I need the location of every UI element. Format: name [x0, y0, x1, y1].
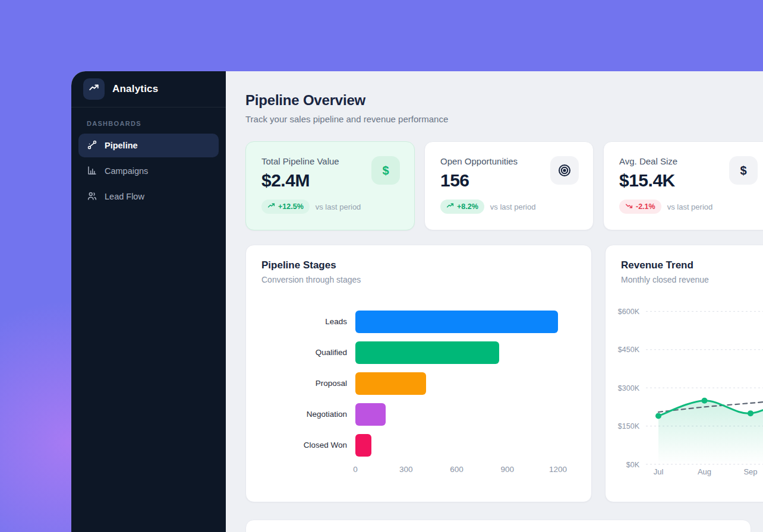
- bar-category-label: Negotiation: [261, 410, 355, 420]
- stat-footer: +12.5% vs last period: [261, 200, 399, 214]
- sidebar-nav: Pipeline Campaigns Lead Flow: [71, 132, 226, 210]
- trending-down-icon: [625, 202, 633, 211]
- revenue-trend-chart: $600K$450K$300K$150K$0KJulAugSep: [606, 302, 763, 486]
- dollar-icon: $: [371, 156, 400, 185]
- compare-label: vs last period: [316, 202, 361, 211]
- page-title: Pipeline Overview: [245, 92, 763, 109]
- data-point-sep[interactable]: [748, 410, 753, 416]
- bottom-card: [245, 520, 751, 532]
- change-value: -2.1%: [636, 202, 655, 211]
- data-point-jul[interactable]: [655, 413, 661, 419]
- change-badge: -2.1%: [619, 200, 661, 214]
- bar-row: Qualified: [261, 341, 576, 364]
- bar-row: Proposal: [261, 372, 576, 395]
- x-axis-tick: 300: [399, 465, 413, 474]
- x-axis-tick: 900: [500, 465, 514, 474]
- y-axis-tick: $150K: [618, 422, 640, 430]
- sidebar-item-label: Lead Flow: [105, 192, 144, 201]
- bar-category-label: Closed Won: [261, 441, 355, 451]
- y-axis-tick: $0K: [626, 461, 640, 469]
- stats-row: Total Pipeline Value $2.4M +12.5% vs las…: [245, 141, 763, 230]
- sidebar-header: Analytics: [71, 71, 226, 107]
- compare-label: vs last period: [490, 202, 536, 211]
- bar-category-label: Leads: [261, 317, 355, 327]
- chart-subtitle: Conversion through stages: [261, 275, 576, 284]
- stat-footer: +8.2% vs last period: [440, 200, 578, 214]
- sidebar-item-label: Campaigns: [105, 166, 148, 176]
- x-axis-tick: 0: [353, 465, 358, 474]
- x-axis-tick: 600: [450, 465, 464, 474]
- x-axis-tick: Jul: [654, 467, 664, 476]
- chart-title: Revenue Trend: [621, 259, 763, 271]
- app-logo: [83, 78, 105, 100]
- trending-up-icon: [267, 202, 275, 211]
- data-point-aug[interactable]: [702, 398, 708, 404]
- compare-label: vs last period: [667, 202, 713, 211]
- pipeline-stages-axis: 03006009001200: [355, 465, 558, 477]
- bar-track: [355, 434, 558, 457]
- bar-track: [355, 403, 558, 426]
- bar-row: Closed Won: [261, 434, 576, 457]
- bar-closed-won[interactable]: [355, 434, 371, 457]
- sidebar-item-campaigns[interactable]: Campaigns: [78, 159, 219, 183]
- change-value: +8.2%: [457, 202, 478, 211]
- stat-footer: -2.1% vs last period: [619, 200, 756, 214]
- bar-row: Negotiation: [261, 403, 576, 426]
- pipeline-stages-card: Pipeline Stages Conversion through stage…: [245, 245, 592, 502]
- target-icon: [550, 156, 579, 185]
- sidebar-item-lead-flow[interactable]: Lead Flow: [78, 185, 219, 208]
- page-subtitle: Track your sales pipeline and revenue pe…: [245, 114, 763, 124]
- stat-card-open-opportunities[interactable]: Open Opportunities 156 +8.2% vs last per…: [424, 141, 594, 230]
- x-axis-tick: 1200: [549, 465, 567, 474]
- y-axis-tick: $600K: [618, 308, 640, 316]
- y-axis-tick: $300K: [618, 384, 640, 392]
- change-badge: +8.2%: [440, 200, 484, 214]
- trending-up-icon: [446, 202, 454, 211]
- trending-up-icon: [89, 83, 99, 96]
- bar-row: Leads: [261, 311, 576, 333]
- main-content: Pipeline Overview Track your sales pipel…: [226, 71, 763, 532]
- dollar-icon: $: [729, 156, 758, 185]
- bar-qualified[interactable]: [355, 341, 499, 364]
- app-title: Analytics: [112, 83, 158, 95]
- pipeline-stages-bars: LeadsQualifiedProposalNegotiationClosed …: [261, 311, 576, 457]
- sidebar-item-pipeline[interactable]: Pipeline: [78, 134, 219, 157]
- x-axis-tick: Sep: [743, 467, 757, 476]
- bar-category-label: Qualified: [261, 348, 355, 358]
- users-icon: [87, 191, 97, 203]
- bar-leads[interactable]: [355, 311, 558, 333]
- change-badge: +12.5%: [261, 200, 310, 214]
- bar-proposal[interactable]: [355, 372, 426, 395]
- revenue-trend-card: Revenue Trend Monthly closed revenue $60…: [605, 245, 763, 502]
- bar-negotiation[interactable]: [355, 403, 386, 426]
- change-value: +12.5%: [278, 202, 304, 211]
- charts-row: Pipeline Stages Conversion through stage…: [245, 245, 763, 502]
- app-window: Analytics DASHBOARDS Pipeline: [71, 71, 763, 532]
- bar-track: [355, 341, 558, 364]
- bar-chart-icon: [87, 165, 97, 178]
- sidebar-section-label: DASHBOARDS: [87, 120, 226, 127]
- stat-card-total-pipeline-value[interactable]: Total Pipeline Value $2.4M +12.5% vs las…: [245, 141, 415, 230]
- bar-category-label: Proposal: [261, 379, 355, 389]
- chart-subtitle: Monthly closed revenue: [621, 275, 763, 284]
- stat-card-avg-deal-size[interactable]: Avg. Deal Size $15.4K -2.1% vs last peri…: [603, 141, 763, 230]
- bar-track: [355, 372, 558, 395]
- sidebar: Analytics DASHBOARDS Pipeline: [71, 71, 226, 532]
- chart-title: Pipeline Stages: [261, 259, 576, 271]
- y-axis-tick: $450K: [618, 346, 640, 354]
- sidebar-item-label: Pipeline: [105, 141, 138, 150]
- git-branch-icon: [87, 140, 97, 152]
- bar-track: [355, 311, 558, 333]
- x-axis-tick: Aug: [698, 467, 711, 476]
